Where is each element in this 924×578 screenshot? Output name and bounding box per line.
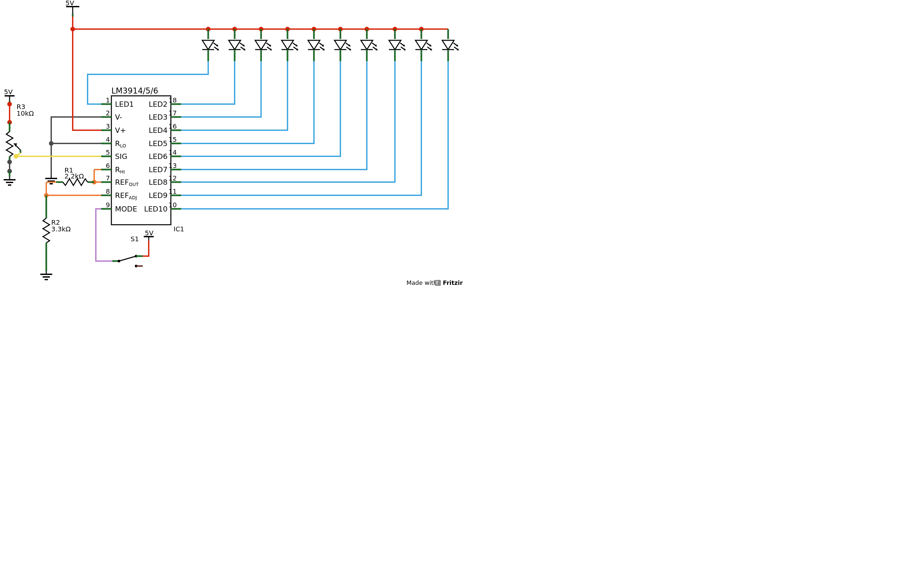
svg-text:9: 9 xyxy=(106,201,110,209)
svg-text:18: 18 xyxy=(169,96,177,104)
svg-line-118 xyxy=(119,256,136,261)
svg-text:LED2: LED2 xyxy=(149,100,167,109)
svg-text:f: f xyxy=(436,280,438,286)
led-icon xyxy=(282,40,298,50)
ic-ref: IC1 xyxy=(174,225,184,233)
svg-text:6: 6 xyxy=(106,162,110,169)
led-10 xyxy=(442,29,459,61)
led-icon xyxy=(389,40,406,50)
svg-text:14: 14 xyxy=(169,148,177,156)
svg-text:LED9: LED9 xyxy=(149,192,167,200)
svg-text:2: 2 xyxy=(106,109,110,117)
led-4 xyxy=(282,27,298,61)
svg-text:12: 12 xyxy=(169,174,177,182)
svg-text:LED1: LED1 xyxy=(115,100,134,109)
svg-text:LED10: LED10 xyxy=(144,205,167,213)
resistor-r1: R1 2.2kΩ xyxy=(56,166,94,185)
ic-right-pins: 18 LED2 17 LED3 16 LED4 15 LED5 14 LED6 … xyxy=(144,96,181,213)
svg-text:5V: 5V xyxy=(145,229,154,237)
svg-text:16: 16 xyxy=(169,122,177,130)
svg-text:3: 3 xyxy=(106,122,110,130)
svg-text:10: 10 xyxy=(169,201,177,209)
led-icon xyxy=(335,40,351,50)
led-icon xyxy=(442,40,459,50)
resistor-r2: R2 3.3kΩ xyxy=(40,195,71,279)
ground-icon xyxy=(4,177,16,185)
svg-text:LED8: LED8 xyxy=(149,178,167,187)
switch-s1: 5V S1 xyxy=(112,229,154,267)
svg-rect-146 xyxy=(435,280,441,286)
svg-text:MODE: MODE xyxy=(115,205,137,213)
led-icon xyxy=(416,40,432,50)
schematic-diagram: 5V LM3914/5/6 IC1 1 LED1 2 V- 3 V+ 4 RLO… xyxy=(0,0,463,291)
led-3 xyxy=(255,27,272,61)
svg-text:5V: 5V xyxy=(4,88,13,96)
led-bank xyxy=(202,27,459,61)
led-icon xyxy=(361,40,377,50)
r3-value: 10kΩ xyxy=(16,109,34,117)
svg-text:8: 8 xyxy=(106,187,110,195)
led-icon xyxy=(202,40,219,50)
svg-text:5: 5 xyxy=(106,148,110,156)
led-icon xyxy=(229,40,245,50)
led-9 xyxy=(416,27,432,61)
svg-text:11: 11 xyxy=(169,187,177,195)
supply-5v-main: 5V xyxy=(65,0,79,14)
svg-text:LED4: LED4 xyxy=(149,126,167,135)
svg-point-133 xyxy=(7,102,12,106)
svg-text:LED6: LED6 xyxy=(149,153,167,161)
svg-text:1: 1 xyxy=(106,96,110,104)
led-5 xyxy=(308,27,325,61)
svg-text:13: 13 xyxy=(169,162,177,169)
led-7 xyxy=(361,27,377,61)
svg-text:LED3: LED3 xyxy=(149,113,167,121)
r2-value: 3.3kΩ xyxy=(51,225,71,233)
svg-text:15: 15 xyxy=(169,135,177,143)
footer-attribution: Made with f Fritzing.org xyxy=(406,279,463,286)
svg-text:V-: V- xyxy=(115,113,122,121)
svg-text:V+: V+ xyxy=(115,126,126,135)
svg-text:Fritzing.org: Fritzing.org xyxy=(443,279,463,286)
led-2 xyxy=(229,27,245,61)
led-8 xyxy=(389,27,406,61)
svg-text:4: 4 xyxy=(106,135,110,143)
svg-text:17: 17 xyxy=(169,109,177,117)
svg-text:Made with: Made with xyxy=(406,279,437,286)
svg-text:LED5: LED5 xyxy=(149,140,167,148)
led-icon xyxy=(255,40,272,50)
r1-value: 2.2kΩ xyxy=(65,172,84,180)
svg-text:7: 7 xyxy=(106,174,110,182)
supply-5v-main-label: 5V xyxy=(65,0,75,7)
led-icon xyxy=(308,40,325,50)
ground-icon xyxy=(40,271,52,279)
led-1 xyxy=(202,27,219,61)
led-6 xyxy=(335,27,351,61)
svg-text:LED7: LED7 xyxy=(149,166,167,174)
svg-text:SIG: SIG xyxy=(115,153,128,161)
supply-5v-left: 5V xyxy=(4,88,15,101)
s1-name: S1 xyxy=(130,235,139,243)
ic-title: LM3914/5/6 xyxy=(111,86,158,96)
